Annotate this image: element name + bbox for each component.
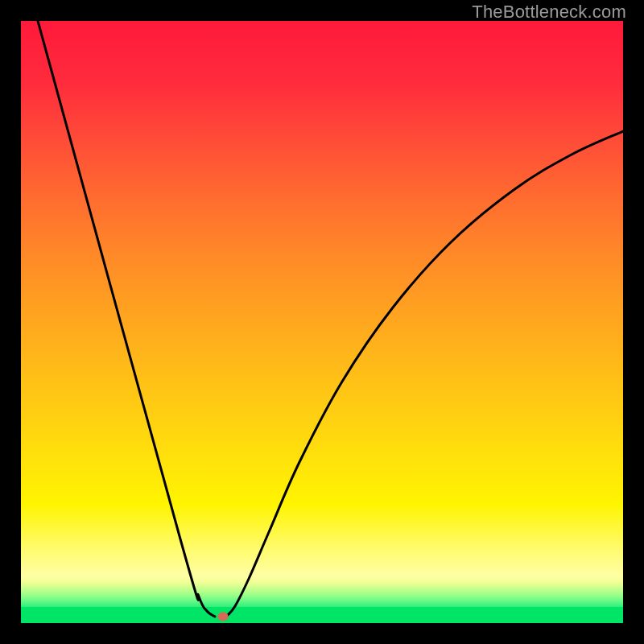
gradient-lowmid	[21, 504, 623, 576]
gradient-green	[21, 607, 623, 623]
plot-area	[21, 21, 623, 623]
gradient-transition	[21, 576, 623, 607]
gradient-top	[21, 21, 623, 504]
watermark-text: TheBottleneck.com	[472, 2, 626, 23]
chart-outer: TheBottleneck.com	[0, 0, 644, 644]
minimum-marker	[218, 613, 229, 621]
